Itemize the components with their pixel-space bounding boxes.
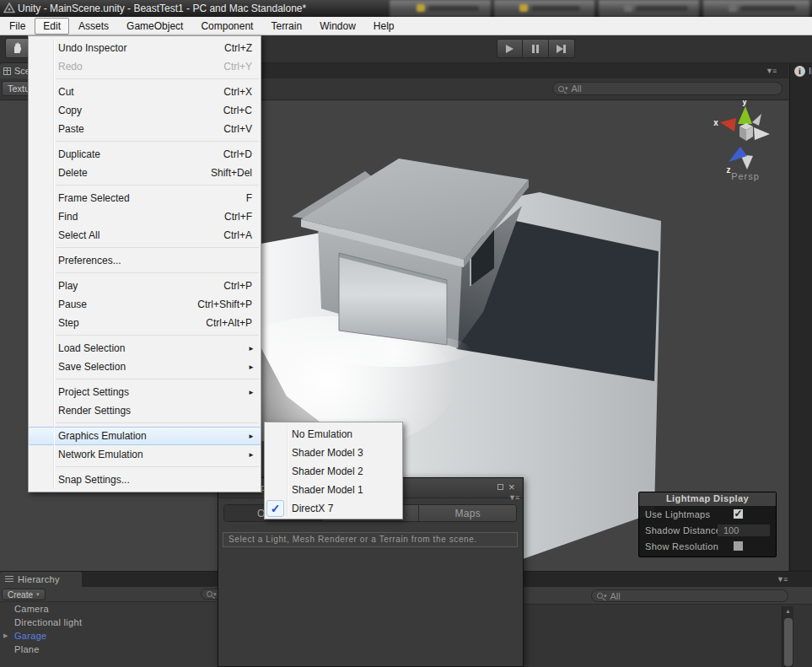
submenu-item-shader-model-2[interactable]: Shader Model 2 [265,462,402,481]
svg-text:x: x [713,118,718,127]
submenu-item-directx-7[interactable]: ✓ DirectX 7 [265,499,402,518]
menu-item-copy[interactable]: CopyCtrl+C [29,101,261,120]
menu-separator [29,270,261,277]
menu-separator [29,182,261,189]
menu-separator [29,245,261,251]
create-button[interactable]: Create ▾ [2,589,46,600]
menu-item-play[interactable]: PlayCtrl+P [29,277,261,295]
menu-item-delete[interactable]: DeleteShift+Del [29,164,261,182]
hierarchy-item-directional-light[interactable]: Directional light [0,616,218,629]
submenu-arrow-icon: ► [248,389,255,396]
use-lightmaps-checkbox[interactable]: ✓ [733,508,744,519]
menu-item-preferences[interactable]: Preferences... [29,251,261,270]
menu-help[interactable]: Help [365,18,403,35]
menu-item-network-emulation[interactable]: Network Emulation► [29,445,261,464]
unity-editor-window: Unity - MainScene.unity - BeastTest1 - P… [0,0,812,667]
menu-edit[interactable]: Edit [35,18,69,35]
create-dropdown-icon: ▾ [36,591,40,598]
project-pane-menu-icon[interactable]: ▼≡ [777,575,787,584]
menu-item-pause[interactable]: PauseCtrl+Shift+P [29,295,261,314]
submenu-item-no-emulation[interactable]: No Emulation [265,425,402,444]
menu-gameobject[interactable]: GameObject [118,18,191,35]
hand-icon [12,42,23,54]
submenu-item-shader-model-1[interactable]: Shader Model 1 [265,481,402,499]
tab-maps[interactable]: Maps [418,505,516,521]
menu-separator [29,76,261,83]
menu-separator [29,332,261,339]
hierarchy-search-input[interactable]: ▾ [201,589,218,600]
menu-window[interactable]: Window [311,18,364,35]
menu-item-duplicate[interactable]: DuplicateCtrl+D [29,145,261,164]
menu-item-select-all[interactable]: Select AllCtrl+A [29,226,261,245]
show-resolution-checkbox[interactable] [733,541,744,551]
hand-tool-button[interactable] [5,38,30,58]
hierarchy-item-garage[interactable]: ▶ Garage [0,629,218,643]
menu-component[interactable]: Component [192,18,261,35]
scene-pane-menu-icon[interactable]: ▼≡ [766,67,776,75]
search-icon [558,86,564,92]
play-button[interactable] [497,39,523,58]
project-search-input[interactable]: ▾ All [591,589,788,602]
shadow-distance-field[interactable]: 100 [718,524,770,536]
scrollbar-thumb[interactable] [784,618,793,666]
transport-controls [497,39,575,58]
menu-item-step[interactable]: StepCtrl+Alt+P [29,314,261,332]
tab-hierarchy[interactable]: Hierarchy [0,572,82,587]
menu-item-save-selection[interactable]: Save Selection► [29,358,261,376]
hierarchy-panel: Hierarchy Create ▾ ▾ Camera Directional … [0,571,218,667]
hierarchy-item-plane[interactable]: Plane [0,643,218,656]
project-search-label: All [610,591,621,601]
menu-item-cut[interactable]: CutCtrl+X [29,83,261,101]
menu-item-project-settings[interactable]: Project Settings► [29,383,261,401]
menu-separator [29,464,261,471]
inspector-edge-panel: i In [789,63,812,571]
submenu-arrow-icon: ► [248,451,255,459]
lightmapping-pane-menu-icon[interactable]: ▼≡ [508,493,519,502]
menu-file[interactable]: File [1,18,34,35]
search-icon [597,593,603,599]
submenu-arrow-icon: ► [248,345,255,352]
pause-icon [531,41,540,56]
menu-separator [29,376,261,383]
lightmap-display-title: Lightmap Display [639,492,776,506]
menu-item-graphics-emulation[interactable]: Graphics Emulation► [29,427,261,445]
pause-button[interactable] [523,39,549,58]
menu-item-render-settings[interactable]: Render Settings [29,401,261,420]
menu-item-frame-selected[interactable]: Frame SelectedF [29,189,261,207]
expand-arrow-icon[interactable]: ▶ [3,632,8,639]
scroll-up-icon[interactable]: ▲ [785,608,791,614]
check-icon: ✓ [266,500,284,517]
menu-item-paste[interactable]: PasteCtrl+V [29,120,261,138]
menu-separator [29,138,261,145]
submenu-item-shader-model-3[interactable]: Shader Model 3 [265,444,402,462]
show-resolution-label: Show Resolution [645,541,718,551]
lightmapping-message: Select a Light, Mesh Renderer or a Terra… [223,532,518,547]
menu-item-load-selection[interactable]: Load Selection► [29,339,261,358]
play-icon [506,45,514,53]
svg-text:y: y [742,100,747,106]
shadow-distance-label: Shadow Distance [645,525,721,535]
scrollbar[interactable]: ▲ [782,606,793,667]
menu-terrain[interactable]: Terrain [262,18,310,35]
menu-item-snap-settings[interactable]: Snap Settings... [29,471,261,489]
menu-assets[interactable]: Assets [70,18,117,35]
menu-item-redo[interactable]: RedoCtrl+Y [29,57,261,76]
hierarchy-item-camera[interactable]: Camera [0,602,218,616]
step-button[interactable] [549,39,575,58]
maximize-icon[interactable] [497,484,503,490]
unity-logo-icon [3,3,15,14]
menu-item-find[interactable]: FindCtrl+F [29,207,261,226]
menu-item-undo-inspector[interactable]: Undo InspectorCtrl+Z [29,39,261,57]
submenu-arrow-icon: ► [248,433,255,440]
close-icon[interactable]: × [508,483,515,492]
scene-search-input[interactable]: ▾ All [552,82,782,95]
title-bar[interactable]: Unity - MainScene.unity - BeastTest1 - P… [0,0,812,17]
inspector-tab-clipped[interactable]: In [809,66,812,76]
lightmap-display-panel: Lightmap Display Use Lightmaps ✓ Shadow … [638,492,777,557]
menu-bar: File Edit Assets GameObject Component Te… [0,17,812,35]
info-icon: i [794,66,805,77]
search-filter-dropdown-icon: ▾ [565,85,568,92]
menu-separator [29,420,261,427]
svg-text:Persp: Persp [731,171,760,181]
search-icon [207,591,212,597]
